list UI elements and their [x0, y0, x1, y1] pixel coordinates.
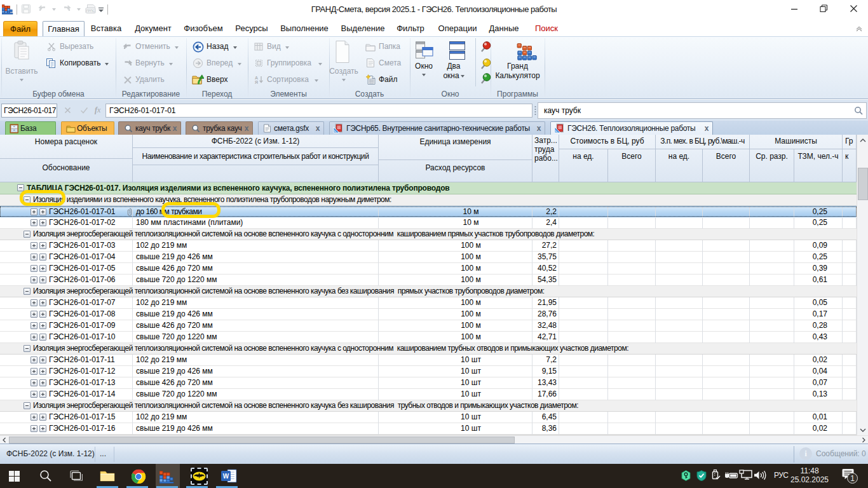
svg-text:Я: Я — [255, 80, 258, 85]
svg-text:W: W — [223, 473, 229, 480]
svg-text:А: А — [255, 76, 258, 80]
svg-text:ГРПС: ГРПС — [86, 9, 95, 13]
